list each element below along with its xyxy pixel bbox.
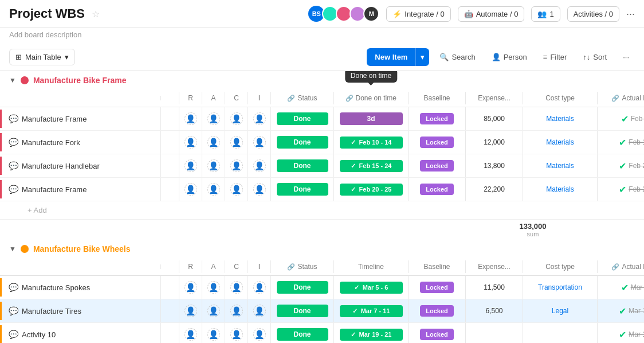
timeline-badge[interactable]: ✓ Mar 5 - 6	[340, 282, 403, 294]
timeline-cell[interactable]: ✓ Mar 5 - 6	[333, 276, 408, 299]
status-cell[interactable]: Done	[270, 131, 333, 154]
status-cell[interactable]: Done	[270, 178, 333, 201]
timeline-badge[interactable]: 3d	[340, 112, 403, 125]
section2-title[interactable]: Manufacture Bike Wheels	[33, 244, 131, 254]
section1-add-row[interactable]: + Add	[0, 201, 644, 220]
chat-icon[interactable]: 💬	[9, 306, 18, 315]
cost-type-cell[interactable]: Legal	[523, 299, 597, 322]
person-action[interactable]: 👤 Person	[486, 49, 533, 65]
cost-type-cell[interactable]: Materials	[523, 131, 597, 154]
automate-button[interactable]: 🤖 Automate / 0	[458, 6, 525, 22]
status-cell[interactable]: Done	[270, 154, 333, 177]
check-icon: ✔	[621, 282, 629, 293]
col-c: C	[225, 92, 248, 104]
status-cell[interactable]: Done	[270, 107, 333, 130]
chat-icon[interactable]: 💬	[9, 283, 18, 292]
status-cell[interactable]: Done	[270, 323, 333, 343]
timeline-cell[interactable]: 3d	[333, 107, 408, 130]
check-icon: ✔	[619, 137, 626, 148]
expense-cell	[465, 323, 523, 343]
activities-button[interactable]: Activities / 0	[567, 6, 619, 22]
chat-cell	[160, 154, 179, 177]
person-cell: 👤	[179, 299, 202, 322]
table-row: 💬 Manufacture Frame 👤 👤 👤 👤 Done	[0, 107, 644, 131]
person-cell: 👤	[225, 276, 248, 299]
section1-title[interactable]: Manufacture Bike Frame	[33, 76, 127, 85]
actual-date-value: Feb 24	[629, 185, 644, 193]
timeline-cell[interactable]: ✓ Feb 10 - 14	[333, 131, 408, 154]
board-description[interactable]: Add board description	[0, 28, 644, 44]
cost-type-value[interactable]: Materials	[546, 185, 574, 193]
cost-type-value[interactable]: Materials	[546, 138, 574, 146]
cost-type-value[interactable]: Materials	[546, 115, 574, 123]
new-item-chevron[interactable]: ▾	[415, 48, 429, 66]
actual-date-value: Mar 13	[629, 307, 644, 315]
col2-name	[0, 264, 160, 269]
members-icon: 👥	[537, 10, 547, 18]
timeline-badge[interactable]: ✓ Feb 15 - 24	[340, 160, 403, 172]
section1-collapse-btn[interactable]: ▼	[9, 76, 16, 84]
star-icon[interactable]: ☆	[92, 9, 100, 20]
table-selector[interactable]: ⊞ Main Table ▾	[9, 49, 75, 65]
cost-type-cell[interactable]: Transportation	[523, 276, 597, 299]
col-name	[0, 96, 160, 100]
row-name-cell: 💬 Manufacture Fork	[0, 133, 160, 151]
chat-icon[interactable]: 💬	[9, 161, 18, 170]
col-cost-type: Cost type	[523, 92, 597, 104]
filter-action[interactable]: ≡ Filter	[537, 49, 572, 65]
status-cell[interactable]: Done	[270, 276, 333, 299]
section1-header: ▼ Manufacture Bike Frame	[0, 71, 644, 89]
status-badge[interactable]: Done	[277, 112, 328, 125]
person-cell: 👤	[248, 131, 270, 154]
more-options-icon[interactable]: ···	[626, 8, 635, 20]
timeline-cell[interactable]: ✓ Mar 19 - 21	[333, 323, 408, 343]
section2-collapse-btn[interactable]: ▼	[9, 245, 16, 253]
timeline-badge[interactable]: ✓ Mar 7 - 11	[340, 305, 403, 317]
person-cell: 👤	[225, 154, 248, 177]
chat-icon[interactable]: 💬	[9, 138, 18, 147]
row-name-cell: 💬 Manufacture Frame	[0, 110, 160, 128]
members-button[interactable]: 👥 1	[531, 6, 560, 22]
col2-status: 🔗 Status	[270, 260, 333, 273]
timeline-badge[interactable]: ✓ Feb 10 - 14	[340, 137, 403, 149]
cost-type-cell[interactable]: Materials	[523, 154, 597, 177]
timeline-cell[interactable]: ✓ Feb 15 - 24	[333, 154, 408, 177]
table-row: 💬 Manufacture Fork 👤 👤 👤 👤 Done ✓	[0, 131, 644, 154]
section1-col-headers: R A C I 🔗 Status Done on time 🔗 Done on …	[0, 89, 644, 107]
person-cell: 👤	[248, 178, 270, 201]
cost-type-cell[interactable]: Materials	[523, 178, 597, 201]
automate-icon: 🤖	[464, 10, 473, 18]
cost-type-value[interactable]: Transportation	[538, 283, 582, 291]
status-badge[interactable]: Done	[277, 159, 328, 172]
timeline-cell[interactable]: ✓ Mar 7 - 11	[333, 299, 408, 322]
more-toolbar-action[interactable]: ···	[617, 49, 635, 65]
cost-type-value[interactable]: Materials	[546, 162, 574, 170]
search-action[interactable]: 🔍 Search	[434, 49, 481, 65]
status-cell[interactable]: Done	[270, 299, 333, 322]
cost-type-cell[interactable]: Materials	[523, 107, 597, 130]
person-cell: 👤	[179, 323, 202, 343]
status-badge[interactable]: Done	[277, 305, 328, 317]
person-cell: 👤	[248, 323, 270, 343]
chat-icon[interactable]: 💬	[9, 185, 18, 194]
integrate-button[interactable]: ⚡ Integrate / 0	[386, 6, 450, 22]
cost-type-cell[interactable]	[523, 323, 597, 343]
status-badge[interactable]: Done	[277, 281, 328, 294]
timeline-cell[interactable]: ✓ Feb 20 - 25	[333, 178, 408, 201]
baseline-cell: Locked	[408, 299, 465, 322]
status-badge[interactable]: Done	[277, 328, 328, 341]
expense-cell: 11,500	[465, 276, 523, 299]
status-badge[interactable]: Done	[277, 183, 328, 196]
new-item-button[interactable]: New Item	[367, 48, 415, 66]
chat-cell	[160, 299, 179, 322]
cost-type-value[interactable]: Legal	[552, 307, 568, 315]
person-cell: 👤	[248, 107, 270, 130]
baseline-cell: Locked	[408, 154, 465, 177]
chat-icon[interactable]: 💬	[9, 114, 18, 123]
timeline-badge[interactable]: ✓ Feb 20 - 25	[340, 184, 403, 196]
person-cell: 👤	[202, 323, 225, 343]
timeline-badge[interactable]: ✓ Mar 19 - 21	[340, 329, 403, 341]
chat-icon[interactable]: 💬	[9, 330, 18, 339]
sort-action[interactable]: ↑↓ Sort	[577, 49, 612, 65]
status-badge[interactable]: Done	[277, 136, 328, 149]
